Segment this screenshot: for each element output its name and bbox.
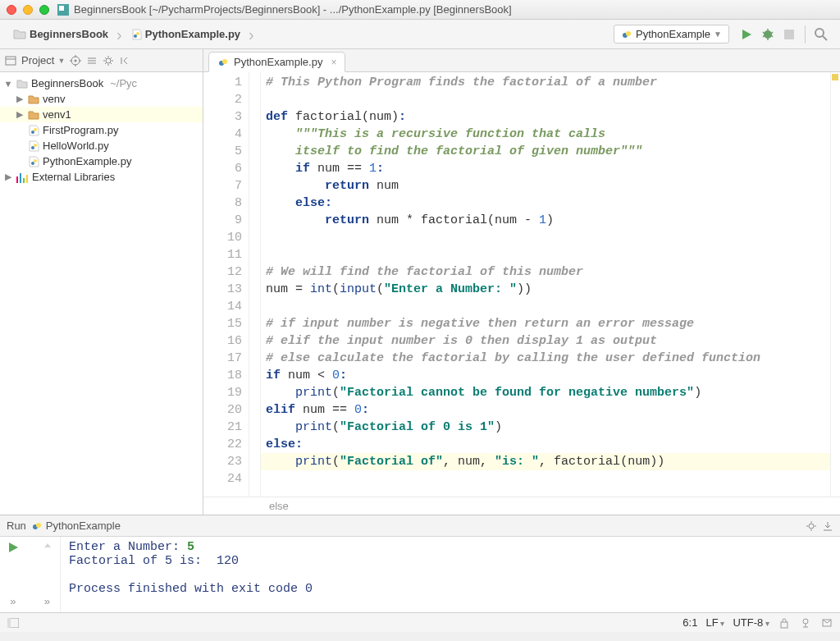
project-dropdown-label: Project <box>21 54 54 66</box>
breadcrumb: BeginnersBook › PythonExample.py › <box>8 26 614 42</box>
svg-rect-25 <box>7 618 11 628</box>
run-body: » » Enter a Number: 5Factorial of 5 is: … <box>0 537 840 612</box>
svg-point-27 <box>803 619 808 624</box>
chevron-down-icon: ▼ <box>3 79 13 89</box>
project-dropdown[interactable]: Project ▼ <box>21 54 65 66</box>
close-tab-icon[interactable]: × <box>331 57 336 68</box>
window-title: BeginnersBook [~/PycharmProjects/Beginne… <box>74 3 512 16</box>
editor-tab-label: PythonExample.py <box>234 56 322 68</box>
run-tool-title-prefix: Run <box>7 520 26 532</box>
lock-icon[interactable] <box>778 616 791 630</box>
libraries-icon <box>16 172 29 183</box>
tree-file[interactable]: PythonExample.py <box>0 153 203 169</box>
stop-button[interactable] <box>782 27 797 42</box>
editor-tabbar: PythonExample.py × <box>203 49 840 72</box>
tree-folder[interactable]: ▶venv1 <box>0 107 203 122</box>
chevron-down-icon: ▼ <box>714 30 722 39</box>
minimize-window-button[interactable] <box>23 5 33 15</box>
svg-point-20 <box>222 59 227 64</box>
hide-tool-icon[interactable] <box>119 55 130 66</box>
tree-folder[interactable]: ▶venv <box>0 91 203 107</box>
collapse-all-icon[interactable] <box>86 55 98 66</box>
marker-strip <box>830 72 840 497</box>
breadcrumb-project-label: BeginnersBook <box>30 28 108 40</box>
svg-rect-26 <box>781 622 788 628</box>
python-file-icon <box>28 140 39 152</box>
maximize-window-button[interactable] <box>39 5 49 15</box>
breadcrumb-project[interactable]: BeginnersBook <box>8 26 113 42</box>
run-tool-title: PythonExample <box>46 520 121 532</box>
status-bar: 6:1 LF UTF-8 <box>0 612 840 632</box>
tree-item-label: FirstProgram.py <box>43 124 118 136</box>
chevron-down-icon: ▼ <box>57 57 65 65</box>
breadcrumb-file-label: PythonExample.py <box>145 28 240 40</box>
python-file-icon <box>130 29 142 40</box>
tree-external-libraries[interactable]: ▶ External Libraries <box>0 169 203 185</box>
run-configuration-dropdown[interactable]: PythonExample ▼ <box>614 25 729 43</box>
window-titlebar: BeginnersBook [~/PycharmProjects/Beginne… <box>0 0 840 20</box>
tree-item-label: HelloWorld.py <box>43 140 109 152</box>
svg-point-2 <box>134 34 137 38</box>
run-output[interactable]: Enter a Number: 5Factorial of 5 is: 120 … <box>61 537 840 612</box>
svg-point-12 <box>106 58 111 63</box>
tree-root-label: BeginnersBook <box>31 77 103 89</box>
debug-button[interactable] <box>760 27 775 42</box>
more-icon[interactable]: » <box>10 595 16 607</box>
folder-icon <box>28 94 39 105</box>
tree-external-label: External Libraries <box>32 171 115 183</box>
run-tool-window: Run PythonExample » » Enter a Number: 5F… <box>0 515 840 612</box>
svg-rect-7 <box>784 30 794 39</box>
search-everywhere-button[interactable] <box>814 27 829 42</box>
structure-crumb-label: else <box>269 500 289 512</box>
editor-tab-active[interactable]: PythonExample.py × <box>208 52 345 72</box>
window-controls <box>7 5 49 15</box>
line-gutter: 123456789101112131415161718192021222324 <box>203 72 249 497</box>
notifications-icon[interactable] <box>820 616 833 630</box>
caret-position[interactable]: 6:1 <box>682 616 697 629</box>
tree-file[interactable]: HelloWorld.py <box>0 138 203 153</box>
tree-root[interactable]: ▼ BeginnersBook ~/Pyc <box>0 76 203 91</box>
download-icon[interactable] <box>822 520 833 532</box>
more-icon[interactable]: » <box>44 595 50 607</box>
tree-root-path: ~/Pyc <box>110 77 137 89</box>
run-tool-header: Run PythonExample <box>0 515 840 537</box>
structure-crumb[interactable]: else <box>203 497 840 515</box>
encoding-dropdown[interactable]: UTF-8 <box>733 616 769 629</box>
chevron-right-icon: ▶ <box>15 109 25 120</box>
svg-point-23 <box>809 524 814 529</box>
code-editor[interactable]: 123456789101112131415161718192021222324 … <box>203 72 840 497</box>
rerun-icon[interactable] <box>7 542 19 553</box>
fold-gutter <box>249 72 261 497</box>
svg-rect-9 <box>6 57 16 65</box>
tree-item-label: PythonExample.py <box>43 155 131 167</box>
close-window-button[interactable] <box>7 5 16 15</box>
svg-point-6 <box>764 30 772 39</box>
separator <box>805 25 806 43</box>
python-file-icon <box>217 57 229 68</box>
python-file-icon <box>28 125 39 136</box>
folder-icon <box>16 78 28 89</box>
main-split: Project ▼ ▼ BeginnersBook ~/Pyc <box>0 49 840 515</box>
project-tool-header: Project ▼ <box>0 49 203 72</box>
up-icon[interactable] <box>43 542 52 553</box>
run-configuration-label: PythonExample <box>636 28 710 40</box>
tool-window-icon[interactable] <box>7 616 20 630</box>
editor: PythonExample.py × 123456789101112131415… <box>203 49 840 515</box>
line-separator-dropdown[interactable]: LF <box>705 616 724 629</box>
svg-point-11 <box>75 59 77 62</box>
gear-icon[interactable] <box>806 520 817 532</box>
run-button[interactable] <box>739 27 754 42</box>
svg-point-14 <box>34 128 37 131</box>
breadcrumb-file[interactable]: PythonExample.py <box>126 26 245 42</box>
locate-icon[interactable] <box>70 55 81 66</box>
inspector-icon[interactable] <box>799 616 812 630</box>
python-file-icon <box>28 156 39 167</box>
svg-point-17 <box>31 162 34 165</box>
code-content[interactable]: # This Python Program finds the factoria… <box>261 72 830 497</box>
gear-icon[interactable] <box>103 55 114 66</box>
project-tree: ▼ BeginnersBook ~/Pyc ▶venv▶venv1FirstPr… <box>0 72 203 188</box>
svg-point-15 <box>31 146 34 149</box>
warning-marker[interactable] <box>832 74 838 80</box>
svg-point-16 <box>34 144 37 147</box>
tree-file[interactable]: FirstProgram.py <box>0 122 203 138</box>
